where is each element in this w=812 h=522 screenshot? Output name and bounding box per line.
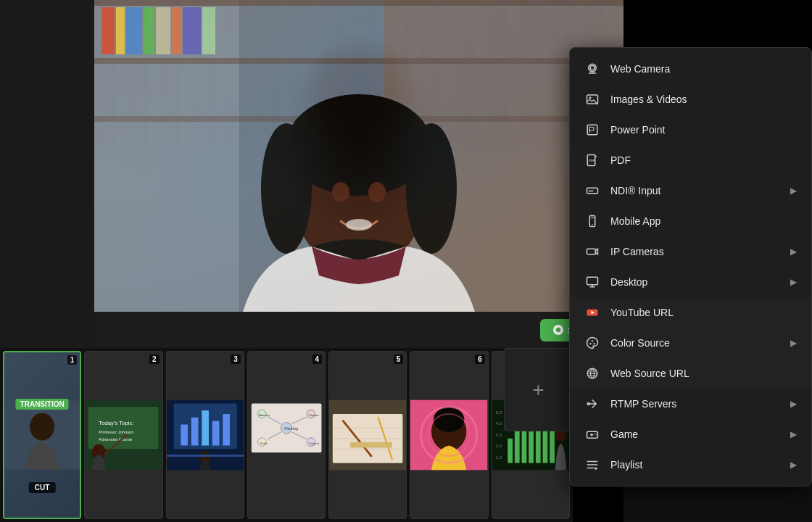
youtube-url-label: YouTube URL — [610, 307, 797, 318]
stream-icon — [553, 325, 563, 335]
youtube-icon — [584, 304, 600, 320]
svg-rect-11 — [156, 7, 170, 54]
svg-text:Planning: Planning — [284, 427, 298, 431]
svg-rect-38 — [191, 418, 198, 446]
svg-text:1.0: 1.0 — [496, 455, 502, 460]
menu-item-pdf[interactable]: PDF PDF — [570, 145, 811, 175]
thumb-number-3: 3 — [231, 355, 241, 364]
svg-point-25 — [556, 328, 560, 332]
svg-text:NDI: NDI — [589, 190, 593, 193]
webcam-icon — [584, 61, 600, 77]
svg-text:2.0: 2.0 — [496, 444, 502, 448]
thumbnail-2[interactable]: Today's Topic: Professor Johnson Advance… — [84, 351, 162, 519]
svg-text:Goals: Goals — [260, 442, 267, 445]
ndi-icon: NDI — [584, 183, 600, 199]
web-source-icon — [584, 365, 600, 381]
svg-rect-43 — [167, 455, 244, 457]
ip-cameras-arrow-icon: ▶ — [790, 246, 797, 257]
menu-item-color-source[interactable]: Color Source ▶ — [570, 328, 811, 358]
svg-rect-40 — [212, 421, 219, 446]
svg-rect-14 — [202, 7, 215, 54]
svg-point-120 — [596, 434, 597, 436]
thumb-number-4: 4 — [312, 355, 323, 364]
menu-item-desktop[interactable]: Desktop ▶ — [570, 267, 811, 297]
color-source-arrow-icon: ▶ — [790, 338, 797, 348]
menu-item-web-source-url[interactable]: Web Source URL — [570, 358, 811, 389]
svg-point-24 — [346, 219, 372, 231]
add-source-button[interactable]: + — [504, 348, 573, 431]
thumbnail-1[interactable]: TRANSITION CUT 1 — [3, 351, 81, 519]
ip-cameras-icon — [584, 244, 600, 260]
svg-rect-9 — [126, 7, 142, 54]
svg-text:Advisory: Advisory — [259, 414, 270, 417]
playlist-arrow-icon: ▶ — [790, 460, 797, 470]
thumb-number-6: 6 — [475, 355, 485, 364]
svg-point-108 — [589, 343, 591, 344]
svg-text:PDF: PDF — [589, 160, 595, 162]
svg-text:Support: Support — [309, 414, 319, 417]
menu-item-ip-cameras[interactable]: IP Cameras ▶ — [570, 236, 811, 267]
menu-item-ndi-input[interactable]: NDI NDI® Input ▶ — [570, 175, 811, 206]
svg-text:Professor Johnson: Professor Johnson — [99, 430, 134, 434]
menu-item-game[interactable]: Game ▶ — [570, 419, 811, 450]
svg-point-70 — [434, 407, 465, 432]
thumb-number-5: 5 — [394, 355, 404, 364]
rtmp-icon — [584, 396, 600, 412]
ndi-arrow-icon: ▶ — [790, 186, 797, 196]
rtmp-servers-label: RTMP Servers — [610, 398, 790, 410]
menu-item-images-videos[interactable]: Images & Videos — [570, 84, 811, 115]
svg-rect-29 — [88, 407, 159, 449]
main-preview — [94, 0, 624, 312]
web-source-url-label: Web Source URL — [610, 368, 797, 379]
svg-rect-13 — [183, 7, 201, 54]
thumbnail-6[interactable]: 6 — [410, 351, 488, 519]
svg-text:5.0: 5.0 — [496, 410, 502, 415]
svg-point-92 — [589, 96, 592, 99]
menu-item-rtmp-servers[interactable]: RTMP Servers ▶ — [570, 389, 811, 419]
svg-text:Protocol: Protocol — [309, 442, 319, 445]
images-videos-icon — [584, 91, 600, 107]
desktop-icon — [584, 274, 600, 290]
desktop-label: Desktop — [610, 276, 790, 288]
svg-rect-64 — [350, 442, 392, 448]
thumbnail-3[interactable]: 3 — [166, 351, 244, 519]
svg-rect-82 — [529, 431, 534, 463]
pdf-label: PDF — [610, 154, 797, 166]
game-label: Game — [610, 428, 790, 440]
svg-point-100 — [592, 224, 593, 225]
thumb-number-2: 2 — [149, 355, 160, 364]
svg-rect-10 — [144, 7, 154, 54]
svg-rect-8 — [116, 7, 125, 54]
svg-rect-103 — [587, 277, 598, 285]
svg-point-23 — [368, 182, 386, 202]
svg-rect-4 — [94, 0, 624, 6]
menu-item-youtube-url[interactable]: YouTube URL — [570, 297, 811, 328]
add-source-plus-icon: + — [532, 380, 544, 400]
ip-cameras-label: IP Cameras — [610, 246, 790, 257]
color-source-icon — [584, 335, 600, 351]
desktop-arrow-icon: ▶ — [790, 277, 797, 287]
powerpoint-icon — [584, 122, 600, 138]
cut-label: CUT — [29, 482, 56, 493]
transition-label: TRANSITION — [16, 399, 69, 410]
menu-item-mobile-app[interactable]: Mobile App — [570, 206, 811, 236]
mobile-app-label: Mobile App — [610, 215, 797, 227]
source-dropdown-menu: Web Camera Images & Videos Power Point P… — [569, 47, 812, 486]
powerpoint-label: Power Point — [610, 124, 797, 136]
svg-rect-79 — [508, 439, 513, 463]
thumbnail-4[interactable]: Planning Advisory Support Goals Protocol… — [247, 351, 326, 519]
svg-rect-37 — [181, 425, 188, 446]
thumbnail-5[interactable]: 5 — [328, 351, 407, 519]
menu-item-playlist[interactable]: Playlist ▶ — [570, 450, 811, 480]
svg-text:Advanced Course: Advanced Course — [99, 437, 133, 442]
menu-item-web-camera[interactable]: Web Camera — [570, 54, 811, 84]
svg-point-27 — [30, 413, 54, 441]
color-source-label: Color Source — [610, 337, 790, 349]
stream-bar: Stream — [94, 312, 624, 348]
game-icon — [584, 426, 600, 442]
svg-point-119 — [594, 434, 596, 435]
thumb-number-1: 1 — [67, 355, 78, 365]
menu-item-power-point[interactable]: Power Point — [570, 115, 811, 145]
svg-text:3.0: 3.0 — [496, 433, 502, 437]
pdf-icon: PDF — [584, 152, 600, 168]
